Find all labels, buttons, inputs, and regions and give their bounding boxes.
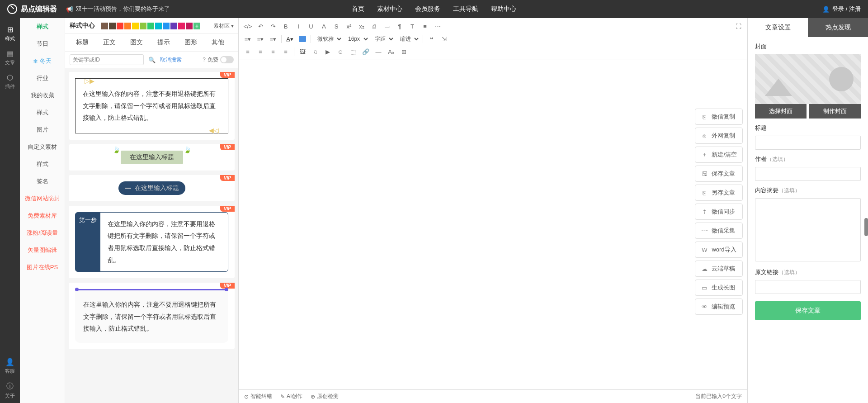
style-template-2[interactable]: VIP 🍃 🍃 在这里输入标题 <box>69 144 235 171</box>
sidebar-item-2[interactable]: ❄冬天 <box>20 52 65 70</box>
sidebar-item-3[interactable]: 行业 <box>20 70 65 87</box>
color-swatch[interactable] <box>147 23 154 29</box>
align-dropdown[interactable]: ≡▾ <box>242 33 253 44</box>
style-template-5[interactable]: VIP 在这里输入你的内容，注意不要用退格键把所有文字删除，请保留一个字符或者用… <box>69 283 235 349</box>
color-swatch[interactable] <box>124 23 131 29</box>
sidebar-item-6[interactable]: 图片 <box>20 121 65 138</box>
color-swatch[interactable] <box>132 23 139 29</box>
save-article-button[interactable]: 保存文章 <box>755 301 861 320</box>
font-color[interactable]: A▾ <box>284 33 295 44</box>
sidebar-item-10[interactable]: 微信网站防封 <box>20 190 65 207</box>
nav-tools[interactable]: 工具导航 <box>453 5 478 13</box>
tab-hot-discover[interactable]: 热点发现 <box>808 18 868 37</box>
source-input[interactable] <box>755 280 861 294</box>
toolbar-btn-r1-13[interactable]: T <box>407 21 418 32</box>
toolbar-btn-r3-3[interactable]: ≡ <box>280 46 291 57</box>
color-swatch[interactable] <box>186 23 193 29</box>
toolbar-btn-r3-11[interactable]: — <box>373 46 384 57</box>
style-template-4[interactable]: VIP 第一步 在这里输入你的内容，注意不要用退格键把所有文字删除，请保留一个字… <box>69 206 235 278</box>
side-tool-4[interactable]: ⎘另存文章 <box>695 185 743 201</box>
sidebar-item-4[interactable]: 我的收藏 <box>20 87 65 104</box>
toolbar-btn-r1-1[interactable]: ↶ <box>255 21 266 32</box>
side-tool-10[interactable]: 👁编辑预览 <box>695 299 743 315</box>
side-tool-6[interactable]: 〰微信采集 <box>695 223 743 239</box>
side-tool-9[interactable]: ▭生成长图 <box>695 280 743 296</box>
cancel-search[interactable]: 取消搜索 <box>160 56 182 64</box>
toolbar-select-2[interactable]: 字距 <box>371 34 395 43</box>
toolbar-btn-r3-12[interactable]: Aₐ <box>386 46 396 57</box>
sidebar-item-13[interactable]: 矢量图编辑 <box>20 242 65 259</box>
sidebar-item-0[interactable]: 样式 <box>20 18 65 35</box>
toolbar-btn-r1-3[interactable]: B <box>280 21 291 32</box>
style-tab-1[interactable]: 正文 <box>97 37 122 48</box>
login-button[interactable]: 👤 登录 / 注册 <box>822 5 861 13</box>
side-tool-5[interactable]: ⇡微信同步 <box>695 204 743 220</box>
rail-support[interactable]: 👤客服 <box>0 354 20 378</box>
toolbar-btn-r3-1[interactable]: ≡ <box>255 46 266 57</box>
ai-create[interactable]: ✎AI创作 <box>280 393 302 400</box>
toolbar-btn-r1-0[interactable]: </> <box>242 21 253 32</box>
author-input[interactable] <box>755 167 861 181</box>
toolbar-btn-r1-10[interactable]: ⎙ <box>369 21 380 32</box>
add-color-button[interactable]: + <box>193 23 200 29</box>
style-tab-4[interactable]: 图形 <box>178 37 203 48</box>
scrollbar-thumb[interactable] <box>864 218 868 236</box>
nav-help[interactable]: 帮助中心 <box>491 5 516 13</box>
toolbar-btn-r1-9[interactable]: x₂ <box>356 21 367 32</box>
toolbar-btn-r2e-1[interactable]: ⇲ <box>439 33 449 44</box>
toolbar-btn-r1-11[interactable]: ▭ <box>382 21 392 32</box>
toolbar-btn-r3-6[interactable]: ♫ <box>310 46 321 57</box>
color-swatch[interactable] <box>101 23 108 29</box>
toolbar-btn-r1-2[interactable]: ↷ <box>268 21 278 32</box>
promo-banner[interactable]: 📢 双十一活动预告，你们要的终于来了 <box>66 5 170 13</box>
rail-style[interactable]: ⊞样式 <box>0 22 20 46</box>
side-tool-3[interactable]: 🖫保存文章 <box>695 166 743 182</box>
side-tool-2[interactable]: ＋新建/清空 <box>695 147 743 163</box>
toolbar-select-1[interactable]: 16px <box>344 34 369 43</box>
style-tab-3[interactable]: 提示 <box>151 37 176 48</box>
style-tab-0[interactable]: 标题 <box>70 37 95 48</box>
bg-color[interactable] <box>297 33 308 44</box>
color-swatch[interactable] <box>178 23 185 29</box>
toolbar-btn-r3-2[interactable]: ≡ <box>268 46 278 57</box>
material-dropdown[interactable]: 素材区 ▾ <box>213 22 234 30</box>
sidebar-item-8[interactable]: 样式 <box>20 156 65 173</box>
toolbar-btn-r3-7[interactable]: ▶ <box>322 46 333 57</box>
toolbar-btn-r3-0[interactable]: ≡ <box>242 46 253 57</box>
side-tool-7[interactable]: Wword导入 <box>695 242 743 258</box>
rail-article[interactable]: ▤文章 <box>0 46 20 70</box>
sidebar-item-11[interactable]: 免费素材库 <box>20 207 65 224</box>
toolbar-btn-r1-12[interactable]: ¶ <box>394 21 405 32</box>
rail-about[interactable]: ⓘ关于 <box>0 378 20 403</box>
toolbar-btn-r1-16[interactable]: ⛶ <box>733 21 744 32</box>
smart-correct[interactable]: ⊙智能纠错 <box>244 393 272 400</box>
sidebar-item-9[interactable]: 签名 <box>20 173 65 190</box>
summary-textarea[interactable] <box>755 198 861 261</box>
help-icon[interactable]: ? <box>203 57 206 63</box>
sidebar-item-14[interactable]: 图片在线PS <box>20 259 65 276</box>
title-input[interactable] <box>755 136 861 150</box>
nav-material[interactable]: 素材中心 <box>377 5 402 13</box>
toolbar-select-3[interactable]: 缩进 <box>396 34 420 43</box>
editor-canvas[interactable] <box>239 60 747 389</box>
toolbar-btn-r3-10[interactable]: 🔗 <box>360 46 371 57</box>
color-swatch[interactable] <box>117 23 123 29</box>
style-template-1[interactable]: VIP ▷▶ ◀◁ 在这里输入你的内容，注意不要用退格键把所有文字删除，请保留一… <box>69 72 235 140</box>
original-check[interactable]: ⊕原创检测 <box>311 393 339 400</box>
side-tool-1[interactable]: ⎋外网复制 <box>695 128 743 144</box>
toolbar-btn-r2e-0[interactable]: ❝ <box>426 33 437 44</box>
toolbar-btn-r1-15[interactable]: ⋯ <box>432 21 443 32</box>
color-swatch[interactable] <box>109 23 116 29</box>
toolbar-select-0[interactable]: 微软雅 <box>314 34 343 43</box>
search-input[interactable] <box>70 54 144 65</box>
sidebar-item-5[interactable]: 样式 <box>20 104 65 121</box>
toolbar-btn-r1-5[interactable]: U <box>306 21 316 32</box>
toolbar-btn-r1-7[interactable]: S <box>331 21 342 32</box>
rail-plugin[interactable]: ⬡插件 <box>0 70 20 94</box>
toolbar-btn-r1-14[interactable]: ≡ <box>420 21 430 32</box>
list-dropdown[interactable]: ≡▾ <box>255 33 266 44</box>
tab-article-settings[interactable]: 文章设置 <box>748 18 808 37</box>
make-cover-button[interactable]: 制作封面 <box>809 104 861 119</box>
sidebar-item-12[interactable]: 涨粉/阅读量 <box>20 224 65 242</box>
choose-cover-button[interactable]: 选择封面 <box>755 104 807 119</box>
